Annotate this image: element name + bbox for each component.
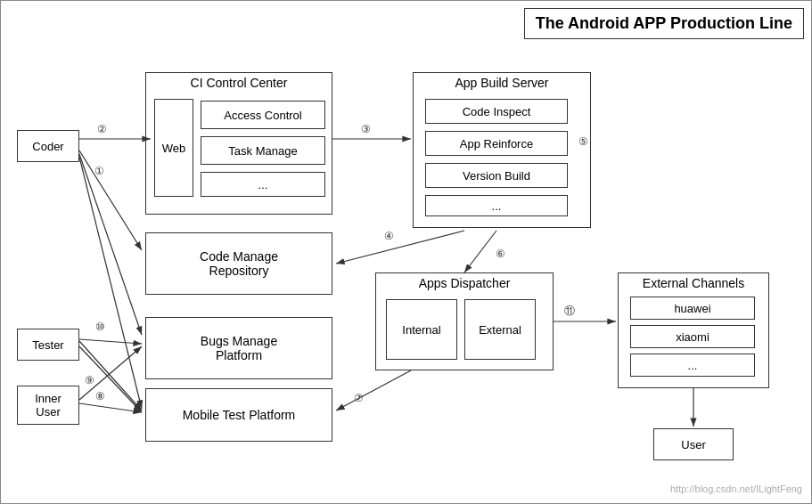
svg-text:①: ①	[94, 165, 104, 177]
internal-box: Internal	[386, 299, 457, 360]
diagram: The Android APP Production Line Coder Te…	[0, 0, 812, 504]
svg-text:⑩: ⑩	[95, 321, 105, 333]
external-box: External	[464, 299, 536, 360]
tester-box: Tester	[17, 329, 79, 361]
web-label: Web	[162, 142, 186, 155]
access-control-box: Access Control	[201, 101, 325, 129]
svg-line-11	[464, 231, 496, 272]
task-manage-label: Task Manage	[228, 144, 297, 158]
abs-dots-label: ...	[492, 199, 502, 213]
inner-user-label: Inner User	[35, 392, 62, 419]
svg-line-23	[79, 341, 142, 411]
title-box: The Android APP Production Line	[524, 8, 804, 39]
mobile-test-box: Mobile Test Platform	[145, 388, 332, 442]
svg-line-19	[79, 346, 142, 412]
mobile-test-label: Mobile Test Platform	[183, 408, 296, 422]
ext-dots-box: ...	[630, 354, 755, 377]
code-repo-box: Code Manage Repository	[145, 232, 332, 295]
internal-label: Internal	[402, 323, 440, 337]
abs-title: App Build Server	[413, 72, 591, 90]
huawei-box: huawei	[630, 297, 755, 320]
ext-channels-title: External Channels	[618, 272, 769, 290]
title-text: The Android APP Production Line	[536, 14, 792, 32]
inner-user-box: Inner User	[17, 386, 79, 425]
svg-line-24	[79, 346, 142, 400]
svg-line-17	[79, 339, 142, 344]
xiaomi-box: xiaomi	[630, 325, 755, 348]
abs-dots-box: ...	[425, 195, 568, 216]
access-control-label: Access Control	[224, 109, 301, 122]
app-reinforce-label: App Reinforce	[460, 137, 533, 150]
tester-label: Tester	[32, 338, 63, 352]
svg-text:⑥: ⑥	[496, 248, 505, 260]
version-build-label: Version Build	[463, 169, 530, 183]
apps-dispatcher-title: Apps Dispatcher	[375, 272, 554, 290]
watermark: http://blog.csdn.net/ILightFeng	[670, 484, 802, 494]
user-label: User	[681, 438, 705, 451]
web-box: Web	[154, 99, 193, 197]
svg-text:⑦: ⑦	[354, 392, 364, 404]
external-label: External	[479, 323, 521, 337]
app-reinforce-box: App Reinforce	[425, 131, 568, 156]
svg-line-4	[79, 154, 142, 335]
huawei-label: huawei	[674, 302, 710, 315]
svg-text:⑧: ⑧	[95, 390, 105, 402]
bugs-manage-label: Bugs Manage Platform	[201, 334, 277, 362]
svg-text:③: ③	[361, 123, 371, 135]
code-repo-label: Code Manage Repository	[200, 249, 278, 278]
version-build-box: Version Build	[425, 163, 568, 188]
svg-text:⑪: ⑪	[564, 305, 575, 317]
svg-line-21	[79, 403, 142, 412]
ci-title: CI Control Center	[145, 72, 332, 90]
svg-line-5	[79, 157, 142, 409]
ci-dots-label: ...	[258, 178, 268, 191]
coder-box: Coder	[17, 130, 79, 162]
svg-text:②: ②	[97, 123, 107, 135]
svg-line-8	[336, 231, 464, 264]
bugs-manage-box: Bugs Manage Platform	[145, 317, 332, 379]
svg-text:④: ④	[384, 230, 394, 242]
user-box: User	[653, 428, 734, 460]
coder-label: Coder	[32, 140, 63, 153]
ext-dots-label: ...	[688, 359, 698, 372]
ci-dots-box: ...	[201, 172, 325, 197]
svg-line-13	[336, 370, 411, 411]
task-manage-box: Task Manage	[201, 136, 325, 165]
xiaomi-label: xiaomi	[676, 330, 709, 344]
code-inspect-label: Code Inspect	[463, 105, 531, 118]
svg-text:⑨: ⑨	[85, 374, 94, 386]
code-inspect-box: Code Inspect	[425, 99, 568, 124]
svg-line-3	[79, 150, 142, 250]
